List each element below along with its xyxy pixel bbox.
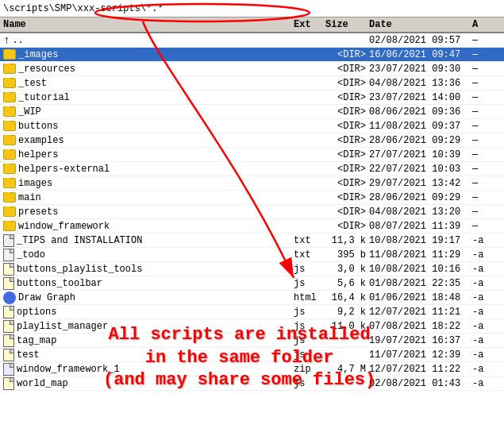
table-row[interactable]: _TIPS and INSTALLATIONtxt11,3 k10/08/202… — [0, 234, 504, 248]
table-row[interactable]: ↑..02/08/2021 09:57— — [0, 33, 504, 48]
row-filename: _test — [18, 78, 47, 89]
row-filename: window_framework — [18, 221, 110, 232]
row-name-cell: presets — [0, 206, 294, 218]
table-row[interactable]: presets<DIR>04/08/2021 13:20— — [0, 205, 504, 219]
table-row[interactable]: optionsjs9,2 k12/07/2021 11:21-a — [0, 305, 504, 319]
row-date-cell: 22/07/2021 10:03 — [369, 164, 472, 175]
row-ext-cell: zip — [294, 364, 325, 375]
row-filename: _TIPS and INSTALLATION — [17, 235, 142, 246]
row-attr-cell: — — [472, 149, 504, 160]
row-filename: test — [17, 349, 40, 361]
table-row[interactable]: _WIP<DIR>08/06/2021 09:36— — [0, 105, 504, 119]
row-filename: main — [18, 192, 41, 203]
row-attr-cell: — — [472, 178, 504, 189]
table-row[interactable]: buttons<DIR>11/08/2021 09:37— — [0, 119, 504, 133]
row-size-cell: 5,6 k — [325, 278, 369, 289]
table-row[interactable]: _test<DIR>04/08/2021 13:36— — [0, 76, 504, 91]
row-attr-cell: — — [472, 106, 504, 118]
table-row[interactable]: buttons_playlist_toolsjs3,0 k10/08/2021 … — [0, 262, 504, 276]
table-row[interactable]: examples<DIR>28/06/2021 09:29— — [0, 133, 504, 148]
row-size-cell: <DIR> — [325, 149, 369, 160]
row-name-cell: tag_map — [0, 334, 294, 347]
row-date-cell: 16/06/2021 09:47 — [369, 49, 472, 60]
row-attr-cell: -a — [472, 321, 504, 332]
row-size-cell: <DIR> — [325, 206, 369, 218]
row-ext-cell: js — [294, 321, 325, 332]
row-size-cell: 16,4 k — [325, 292, 369, 303]
row-name-cell: ↑.. — [0, 34, 294, 47]
table-row[interactable]: playlist_managerjs11,0 k07/08/2021 18:22… — [0, 319, 504, 334]
row-name-cell: _tutorial — [0, 92, 294, 103]
row-filename: _images — [18, 49, 58, 60]
table-row[interactable]: main<DIR>28/06/2021 09:29— — [0, 191, 504, 205]
row-date-cell: 10/08/2021 19:17 — [369, 235, 472, 246]
table-row[interactable]: Draw Graphhtml16,4 k01/06/2021 18:48-a — [0, 291, 504, 305]
row-date-cell: 08/06/2021 09:36 — [369, 106, 472, 118]
table-row[interactable]: testjs11/07/2021 12:39-a — [0, 348, 504, 362]
row-attr-cell: — — [472, 64, 504, 75]
table-row[interactable]: helpers<DIR>27/07/2021 10:39— — [0, 148, 504, 162]
row-filename: options — [17, 307, 56, 318]
row-filename: buttons — [18, 121, 58, 132]
col-header-size: Size — [325, 19, 369, 30]
row-ext-cell: js — [294, 378, 325, 389]
row-name-cell: _WIP — [0, 106, 294, 118]
row-name-cell: buttons_toolbar — [0, 277, 294, 290]
folder-icon — [3, 78, 16, 88]
js-file-icon — [3, 334, 14, 347]
row-filename: tag_map — [17, 335, 56, 346]
col-header-attr: A — [472, 19, 504, 30]
row-attr-cell: — — [472, 49, 504, 60]
table-row[interactable]: _images<DIR>16/06/2021 09:47— — [0, 48, 504, 62]
row-name-cell: options — [0, 306, 294, 318]
row-attr-cell: — — [472, 164, 504, 175]
row-filename: _resources — [18, 64, 75, 75]
col-header-ext: Ext — [294, 19, 325, 30]
row-date-cell: 01/06/2021 18:48 — [369, 292, 472, 303]
row-attr-cell: -a — [472, 235, 504, 246]
row-attr-cell: -a — [472, 307, 504, 318]
row-attr-cell: — — [472, 35, 504, 46]
table-row[interactable]: tag_mapjs19/07/2021 16:37-a — [0, 334, 504, 348]
table-row[interactable]: _todotxt395 b11/08/2021 11:29-a — [0, 248, 504, 262]
row-size-cell: 395 b — [325, 249, 369, 261]
folder-icon — [3, 135, 16, 145]
table-row[interactable]: window_framework<DIR>08/07/2021 11:39— — [0, 219, 504, 234]
row-attr-cell: -a — [472, 349, 504, 361]
globe-icon — [3, 291, 16, 304]
row-filename: buttons_playlist_tools — [17, 264, 142, 275]
row-filename: buttons_toolbar — [17, 278, 102, 289]
folder-icon — [3, 64, 16, 74]
row-date-cell: 11/07/2021 12:39 — [369, 349, 472, 361]
row-filename: Draw Graph — [18, 292, 75, 303]
row-name-cell: helpers-external — [0, 164, 294, 175]
js-file-icon — [3, 349, 14, 361]
row-filename: .. — [12, 35, 23, 46]
row-filename: presets — [18, 206, 58, 218]
row-date-cell: 28/06/2021 09:29 — [369, 135, 472, 146]
table-row[interactable]: _tutorial<DIR>23/07/2021 14:00— — [0, 91, 504, 105]
table-row[interactable]: _resources<DIR>23/07/2021 09:30— — [0, 62, 504, 76]
table-row[interactable]: images<DIR>29/07/2021 13:42— — [0, 176, 504, 191]
row-filename: _WIP — [18, 106, 41, 118]
table-row[interactable]: helpers-external<DIR>22/07/2021 10:03— — [0, 162, 504, 176]
row-name-cell: examples — [0, 135, 294, 146]
file-manager: \scripts\SMP\xxx-scripts\*.* Name Ext Si… — [0, 0, 504, 440]
row-filename: helpers-external — [18, 164, 110, 175]
row-attr-cell: -a — [472, 249, 504, 261]
row-name-cell: buttons_playlist_tools — [0, 263, 294, 276]
row-name-cell: main — [0, 192, 294, 203]
row-name-cell: _resources — [0, 64, 294, 75]
row-date-cell: 04/08/2021 13:20 — [369, 206, 472, 218]
row-date-cell: 01/08/2021 22:35 — [369, 278, 472, 289]
table-row[interactable]: window_framework_1zip4,7 M12/07/2021 11:… — [0, 362, 504, 376]
row-date-cell: 23/07/2021 14:00 — [369, 92, 472, 103]
column-header: Name Ext Size Date A — [0, 17, 504, 33]
folder-icon — [3, 106, 16, 117]
txt-file-icon — [3, 234, 14, 247]
table-row[interactable]: world_mapjs02/08/2021 01:43-a — [0, 376, 504, 391]
folder-icon — [3, 178, 16, 188]
row-attr-cell: — — [472, 206, 504, 218]
table-row[interactable]: buttons_toolbarjs5,6 k01/08/2021 22:35-a — [0, 276, 504, 291]
row-name-cell: _todo — [0, 249, 294, 261]
